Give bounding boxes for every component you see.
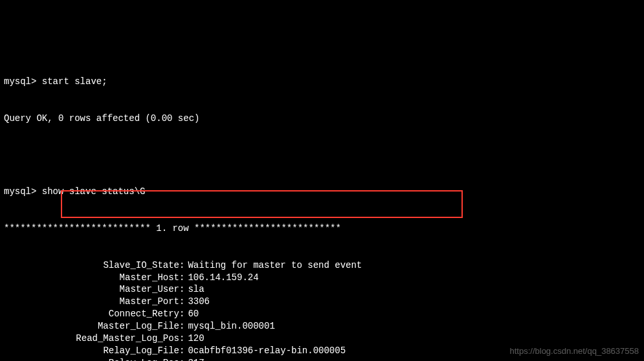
status-value: 120 — [185, 333, 204, 345]
mysql-prompt: mysql> — [4, 76, 42, 87]
status-label: Slave_IO_State — [4, 259, 179, 272]
status-row: Master_Port:3306 — [4, 296, 640, 308]
status-row: Slave_IO_State:Waiting for master to sen… — [4, 259, 640, 272]
status-label: Master_Host — [4, 272, 179, 284]
status-value: 106.14.159.24 — [185, 272, 258, 284]
status-value: Waiting for master to send event — [185, 259, 362, 272]
status-value: mysql_bin.000001 — [185, 320, 274, 333]
status-label: Master_User — [4, 283, 179, 296]
row-separator: *************************** 1. row *****… — [4, 223, 640, 235]
colon-separator: : — [179, 272, 185, 284]
status-row: Master_User:sla — [4, 283, 640, 296]
status-row: Connect_Retry:60 — [4, 308, 640, 320]
status-label: Relay_Log_File — [4, 345, 179, 357]
colon-separator: : — [179, 283, 185, 296]
status-row: Master_Log_File:mysql_bin.000001 — [4, 320, 640, 333]
status-label: Master_Log_File — [4, 320, 179, 333]
colon-separator: : — [179, 345, 185, 357]
terminal-output[interactable]: mysql> start slave; Query OK, 0 rows aff… — [4, 52, 640, 361]
status-row: Read_Master_Log_Pos:120 — [4, 333, 640, 345]
status-value: sla — [185, 283, 204, 296]
watermark-text: https://blog.csdn.net/qq_38637558 — [510, 345, 639, 357]
show-slave-status-command: show slave status\G — [42, 186, 146, 197]
query-result-1: Query OK, 0 rows affected (0.00 sec) — [4, 113, 640, 125]
status-value: 60 — [185, 308, 199, 320]
colon-separator: : — [179, 357, 185, 361]
status-value: 0cabfbf01396-relay-bin.000005 — [185, 345, 346, 357]
colon-separator: : — [179, 333, 185, 345]
colon-separator: : — [179, 296, 185, 308]
status-label: Read_Master_Log_Pos — [4, 333, 179, 345]
status-label: Relay_Log_Pos — [4, 357, 179, 361]
mysql-prompt: mysql> — [4, 186, 42, 197]
colon-separator: : — [179, 259, 185, 272]
command-line-2: mysql> show slave status\G — [4, 186, 640, 198]
status-value: 317 — [185, 357, 204, 361]
status-row: Master_Host:106.14.159.24 — [4, 272, 640, 284]
status-row: Relay_Log_Pos:317 — [4, 357, 640, 361]
status-label: Connect_Retry — [4, 308, 179, 320]
command-line-1: mysql> start slave; — [4, 76, 640, 88]
blank-line — [4, 149, 640, 162]
status-label: Master_Port — [4, 296, 179, 308]
start-slave-command: start slave; — [42, 76, 107, 87]
colon-separator: : — [179, 308, 185, 320]
status-value: 3306 — [185, 296, 210, 308]
colon-separator: : — [179, 320, 185, 333]
